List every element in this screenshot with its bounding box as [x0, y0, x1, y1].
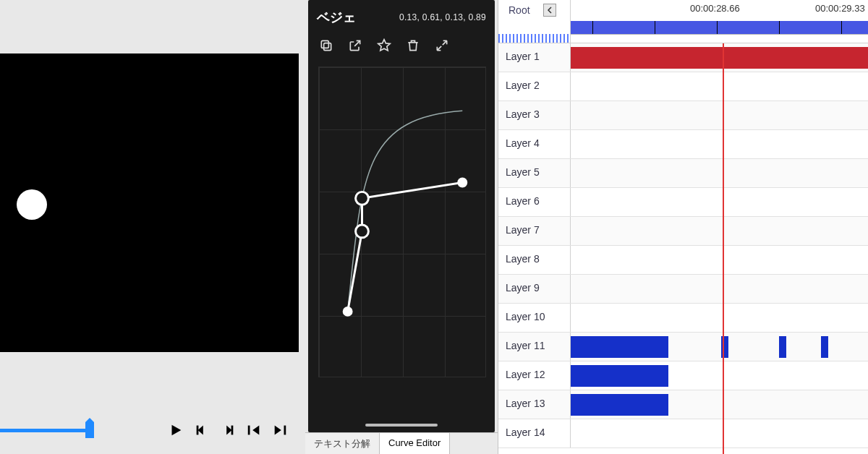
layer-track[interactable] — [571, 101, 868, 129]
timeline-row[interactable]: Layer 6 — [498, 188, 868, 217]
timeline-body: Layer 1Layer 2Layer 3Layer 4Layer 5Layer… — [498, 43, 868, 454]
transport-buttons — [166, 421, 289, 440]
svg-rect-2 — [248, 426, 250, 435]
clip[interactable] — [821, 336, 828, 358]
trash-icon[interactable] — [405, 38, 421, 53]
curve-values: 0.13, 0.61, 0.13, 0.89 — [399, 12, 486, 22]
ruler-time-label: 00:00:29.33 — [815, 3, 865, 14]
timeline-row[interactable]: Layer 2 — [498, 72, 868, 101]
timeline-header: Root 00:00:28.6600:00:29.33 — [498, 0, 868, 43]
timeline-row[interactable]: Layer 13 — [498, 390, 868, 419]
layer-track[interactable] — [571, 304, 868, 332]
curve-canvas[interactable] — [318, 67, 486, 377]
timeline-row[interactable]: Layer 7 — [498, 217, 868, 246]
star-icon[interactable] — [376, 38, 392, 53]
timeline-row[interactable]: Layer 10 — [498, 304, 868, 333]
playhead[interactable] — [723, 43, 724, 454]
bottom-tabs: テキスト分解 Curve Editor — [305, 432, 498, 454]
ruler-time-label: 00:00:28.66 — [690, 3, 740, 14]
tab-text-split[interactable]: テキスト分解 — [305, 433, 380, 454]
bezier-curve[interactable] — [319, 67, 485, 377]
timeline-row[interactable]: Layer 14 — [498, 419, 868, 448]
svg-rect-5 — [321, 40, 328, 48]
layer-track[interactable] — [571, 188, 868, 216]
to-end-button[interactable] — [271, 421, 289, 440]
layer-label[interactable]: Layer 6 — [498, 188, 571, 216]
slider-thumb[interactable] — [85, 422, 94, 438]
to-start-button[interactable] — [244, 421, 263, 440]
timeline-row[interactable]: Layer 8 — [498, 246, 868, 275]
layer-track[interactable] — [571, 361, 868, 390]
playback-slider[interactable] — [0, 419, 152, 441]
tab-curve-editor[interactable]: Curve Editor — [380, 433, 450, 454]
layer-label[interactable]: Layer 3 — [498, 101, 571, 129]
layer-label[interactable]: Layer 9 — [498, 275, 571, 303]
svg-point-10 — [356, 225, 369, 238]
preview-panel — [0, 0, 305, 454]
clip[interactable] — [571, 47, 868, 69]
svg-point-12 — [457, 178, 467, 188]
layer-track[interactable] — [571, 390, 868, 419]
curve-title: ベジェ — [317, 9, 356, 26]
slider-track — [0, 429, 94, 432]
timeline-row[interactable]: Layer 3 — [498, 101, 868, 130]
play-button[interactable] — [166, 421, 185, 440]
svg-rect-3 — [284, 426, 286, 435]
layer-track[interactable] — [571, 43, 868, 72]
preview-canvas[interactable] — [0, 53, 299, 352]
layer-label[interactable]: Layer 8 — [498, 246, 571, 274]
layer-label[interactable]: Layer 11 — [498, 333, 571, 361]
svg-point-9 — [343, 307, 353, 317]
layer-label[interactable]: Layer 14 — [498, 419, 571, 447]
svg-point-11 — [356, 192, 369, 205]
ruler-bottom-strip — [571, 34, 868, 43]
preview-controls — [0, 419, 305, 441]
timeline-row[interactable]: Layer 1 — [498, 43, 868, 72]
prev-frame-button[interactable] — [192, 421, 211, 440]
timeline-row[interactable]: Layer 12 — [498, 361, 868, 390]
layer-label[interactable]: Layer 1 — [498, 43, 571, 72]
layer-track[interactable] — [571, 217, 868, 245]
clip[interactable] — [571, 394, 668, 416]
timeline-root-label[interactable]: Root — [503, 1, 536, 19]
timeline-row[interactable]: Layer 5 — [498, 159, 868, 188]
layer-track[interactable] — [571, 333, 868, 361]
layer-track[interactable] — [571, 275, 868, 303]
clip[interactable] — [571, 365, 668, 387]
timeline-row[interactable]: Layer 9 — [498, 275, 868, 304]
svg-rect-1 — [231, 426, 234, 435]
svg-line-8 — [362, 182, 462, 198]
preview-ball — [17, 189, 47, 220]
svg-rect-4 — [324, 43, 331, 51]
layer-label[interactable]: Layer 13 — [498, 390, 571, 419]
layer-track[interactable] — [571, 72, 868, 100]
mini-ticks — [498, 34, 570, 43]
layer-label[interactable]: Layer 5 — [498, 159, 571, 187]
timeline-row[interactable]: Layer 11 — [498, 333, 868, 361]
curve-editor: ベジェ 0.13, 0.61, 0.13, 0.89 — [308, 0, 495, 432]
curve-toolbar — [308, 32, 495, 59]
timeline-panel: Root 00:00:28.6600:00:29.33 Layer 1Layer… — [498, 0, 868, 454]
layer-track[interactable] — [571, 419, 868, 447]
clip[interactable] — [571, 336, 668, 358]
expand-icon[interactable] — [434, 38, 450, 53]
layer-label[interactable]: Layer 4 — [498, 130, 571, 158]
drag-handle-icon[interactable] — [365, 424, 438, 427]
collapse-button[interactable] — [543, 4, 556, 17]
timeline-row[interactable]: Layer 4 — [498, 130, 868, 159]
layer-track[interactable] — [571, 159, 868, 187]
curve-editor-panel: ベジェ 0.13, 0.61, 0.13, 0.89 テキスト分解 — [305, 0, 498, 454]
layer-label[interactable]: Layer 2 — [498, 72, 571, 100]
copy-icon[interactable] — [318, 38, 334, 53]
clip[interactable] — [779, 336, 786, 358]
timeline-ruler[interactable]: 00:00:28.6600:00:29.33 — [571, 0, 868, 43]
layer-label[interactable]: Layer 10 — [498, 304, 571, 332]
svg-rect-0 — [197, 426, 199, 435]
layer-label[interactable]: Layer 12 — [498, 361, 571, 390]
layer-label[interactable]: Layer 7 — [498, 217, 571, 245]
next-frame-button[interactable] — [218, 421, 237, 440]
layer-track[interactable] — [571, 246, 868, 274]
layer-track[interactable] — [571, 130, 868, 158]
open-external-icon[interactable] — [347, 38, 363, 53]
